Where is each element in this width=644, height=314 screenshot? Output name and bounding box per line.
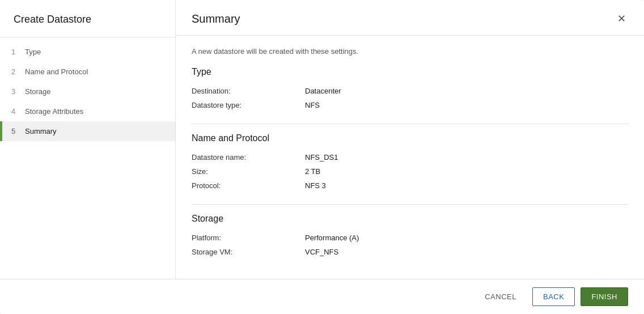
step-label: Type	[25, 48, 41, 56]
sidebar: Create Datastore 1Type2Name and Protocol…	[0, 0, 176, 279]
divider-1	[192, 124, 628, 124]
finish-button[interactable]: FINISH	[581, 287, 628, 306]
step-number: 5	[11, 127, 25, 135]
row-value: NFS_DS1	[305, 150, 628, 164]
main-header: Summary ✕	[176, 0, 644, 36]
type-table-body: Destination:DatacenterDatastore type:NFS	[192, 84, 628, 112]
dialog-footer: CANCEL BACK FINISH	[0, 279, 644, 314]
row-label: Size:	[192, 164, 305, 179]
step-number: 4	[11, 107, 25, 116]
row-label: Platform:	[192, 231, 305, 245]
table-row: Platform:Performance (A)	[192, 231, 628, 245]
create-datastore-dialog: Create Datastore 1Type2Name and Protocol…	[0, 0, 644, 314]
main-content: Summary ✕ A new datastore will be create…	[176, 0, 644, 279]
step-label: Storage	[25, 87, 51, 96]
step-label: Name and Protocol	[25, 67, 88, 76]
step-number: 3	[11, 87, 25, 96]
step-number: 1	[11, 48, 25, 56]
close-button[interactable]: ✕	[615, 11, 628, 26]
table-row: Storage VM:VCF_NFS	[192, 245, 628, 259]
row-value: 2 TB	[305, 164, 628, 179]
step-label: Summary	[25, 127, 57, 135]
row-value: Performance (A)	[305, 231, 628, 245]
row-label: Datastore type:	[192, 98, 305, 112]
dialog-title: Create Datastore	[0, 0, 175, 37]
back-button[interactable]: BACK	[532, 287, 575, 306]
row-value: NFS 3	[305, 179, 628, 193]
table-row: Destination:Datacenter	[192, 84, 628, 98]
sidebar-item-storage-attributes[interactable]: 4Storage Attributes	[0, 101, 175, 121]
name-protocol-section-heading: Name and Protocol	[192, 133, 628, 143]
name-protocol-info-table: Datastore name:NFS_DS1Size:2 TBProtocol:…	[192, 150, 628, 193]
table-row: Size:2 TB	[192, 164, 628, 179]
sidebar-item-name-and-protocol[interactable]: 2Name and Protocol	[0, 62, 175, 82]
table-row: Datastore name:NFS_DS1	[192, 150, 628, 164]
row-value: NFS	[305, 98, 628, 112]
row-label: Protocol:	[192, 179, 305, 193]
row-label: Destination:	[192, 84, 305, 98]
row-value: VCF_NFS	[305, 245, 628, 259]
row-label: Datastore name:	[192, 150, 305, 164]
sidebar-item-type[interactable]: 1Type	[0, 42, 175, 62]
divider-2	[192, 204, 628, 205]
step-number: 2	[11, 67, 25, 76]
storage-section-heading: Storage	[192, 214, 628, 224]
table-row: Datastore type:NFS	[192, 98, 628, 112]
name-protocol-table-body: Datastore name:NFS_DS1Size:2 TBProtocol:…	[192, 150, 628, 193]
row-label: Storage VM:	[192, 245, 305, 259]
cancel-button[interactable]: CANCEL	[474, 288, 527, 305]
storage-info-table: Platform:Performance (A)Storage VM:VCF_N…	[192, 231, 628, 259]
sidebar-item-storage[interactable]: 3Storage	[0, 82, 175, 101]
type-section-heading: Type	[192, 67, 628, 77]
sidebar-items: 1Type2Name and Protocol3Storage4Storage …	[0, 37, 175, 146]
type-info-table: Destination:DatacenterDatastore type:NFS	[192, 84, 628, 112]
subtitle-text: A new datastore will be created with the…	[192, 47, 628, 56]
storage-table-body: Platform:Performance (A)Storage VM:VCF_N…	[192, 231, 628, 259]
table-row: Protocol:NFS 3	[192, 179, 628, 193]
row-value: Datacenter	[305, 84, 628, 98]
page-title: Summary	[192, 12, 240, 26]
sidebar-item-summary[interactable]: 5Summary	[0, 121, 175, 141]
main-body: A new datastore will be created with the…	[176, 36, 644, 279]
step-label: Storage Attributes	[25, 107, 83, 116]
dialog-body: Create Datastore 1Type2Name and Protocol…	[0, 0, 644, 279]
